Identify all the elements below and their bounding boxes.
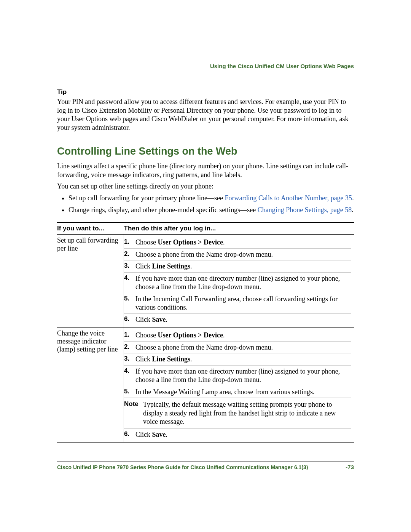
- want-cell: Change the voice message indicator (lamp…: [57, 328, 124, 443]
- note: Note Typically, the default message wait…: [124, 398, 351, 429]
- page-footer: Cisco Unified IP Phone 7970 Series Phone…: [57, 462, 354, 470]
- step-text: Click Line Settings.: [135, 355, 351, 364]
- tip-label: Tip: [57, 88, 354, 96]
- step-number: 5.: [124, 295, 135, 312]
- list-item: Change rings, display, and other phone-m…: [68, 206, 354, 214]
- step: 4.If you have more than one directory nu…: [124, 273, 351, 293]
- note-label: Note: [124, 400, 143, 426]
- step: 3.Click Line Settings.: [124, 260, 351, 273]
- step-text: Choose a phone from the Name drop-down m…: [135, 343, 351, 352]
- step-text: If you have more than one directory numb…: [135, 367, 351, 384]
- step-number: 1.: [124, 331, 135, 340]
- intro-paragraph-2: You can set up other line settings direc…: [57, 182, 354, 191]
- step-number: 2.: [124, 343, 135, 352]
- step-number: 3.: [124, 262, 135, 271]
- step: 3.Click Line Settings.: [124, 353, 351, 366]
- step-number: 4.: [124, 274, 135, 291]
- bullet-text: Change rings, display, and other phone-m…: [68, 206, 258, 214]
- step: 6.Click Save.: [124, 429, 351, 441]
- step: 4.If you have more than one directory nu…: [124, 366, 351, 386]
- bullet-text: Set up call forwarding for your primary …: [68, 194, 225, 202]
- step-text: Click Line Settings.: [135, 262, 351, 271]
- table-header-col1: If you want to...: [57, 222, 124, 235]
- step-text: In the Incoming Call Forwarding area, ch…: [135, 295, 351, 312]
- footer-page-number: -73: [346, 464, 354, 470]
- cross-ref-link[interactable]: Forwarding Calls to Another Number, page…: [225, 194, 352, 202]
- table-header-col2: Then do this after you log in...: [124, 222, 354, 235]
- intro-paragraph-1: Line settings affect a specific phone li…: [57, 162, 354, 179]
- table-row: Change the voice message indicator (lamp…: [57, 328, 354, 443]
- step: 6.Click Save.: [124, 314, 351, 326]
- step: 5.In the Incoming Call Forwarding area, …: [124, 293, 351, 314]
- step-text: Click Save.: [135, 430, 351, 439]
- bullet-list: Set up call forwarding for your primary …: [57, 194, 354, 215]
- step-number: 5.: [124, 388, 135, 396]
- step-number: 6.: [124, 430, 135, 439]
- step-text: Click Save.: [135, 315, 351, 324]
- step-text: Choose a phone from the Name drop-down m…: [135, 250, 351, 259]
- step: 1.Choose User Options > Device.: [124, 329, 351, 342]
- tip-body: Your PIN and password allow you to acces…: [57, 97, 354, 132]
- footer-book-title: Cisco Unified IP Phone 7970 Series Phone…: [57, 464, 308, 470]
- step-text: If you have more than one directory numb…: [135, 274, 351, 291]
- step-number: 2.: [124, 250, 135, 259]
- step-text: Choose User Options > Device.: [135, 238, 351, 247]
- list-item: Set up call forwarding for your primary …: [68, 194, 354, 203]
- table-row: Set up call forwarding per line 1.Choose…: [57, 235, 354, 328]
- bullet-text: .: [352, 206, 354, 214]
- step: 2.Choose a phone from the Name drop-down…: [124, 249, 351, 261]
- note-text: Typically, the default message waiting s…: [143, 400, 351, 426]
- step-text: In the Message Waiting Lamp area, choose…: [135, 388, 351, 396]
- want-cell: Set up call forwarding per line: [57, 235, 124, 328]
- section-heading: Controlling Line Settings on the Web: [57, 145, 354, 157]
- step: 2.Choose a phone from the Name drop-down…: [124, 342, 351, 354]
- step-number: 4.: [124, 367, 135, 384]
- step: 5.In the Message Waiting Lamp area, choo…: [124, 386, 351, 398]
- cross-ref-link[interactable]: Changing Phone Settings, page 58: [258, 206, 352, 214]
- step-number: 1.: [124, 238, 135, 247]
- bullet-text: .: [352, 194, 354, 202]
- steps-cell: 1.Choose User Options > Device. 2.Choose…: [124, 235, 354, 328]
- step-number: 3.: [124, 355, 135, 364]
- procedure-table: If you want to... Then do this after you…: [57, 222, 354, 443]
- step-text: Choose User Options > Device.: [135, 331, 351, 340]
- steps-cell: 1.Choose User Options > Device. 2.Choose…: [124, 328, 354, 443]
- document-page: Using the Cisco Unified CM User Options …: [0, 0, 411, 508]
- running-header: Using the Cisco Unified CM User Options …: [57, 63, 354, 69]
- step-number: 6.: [124, 315, 135, 324]
- step: 1.Choose User Options > Device.: [124, 236, 351, 249]
